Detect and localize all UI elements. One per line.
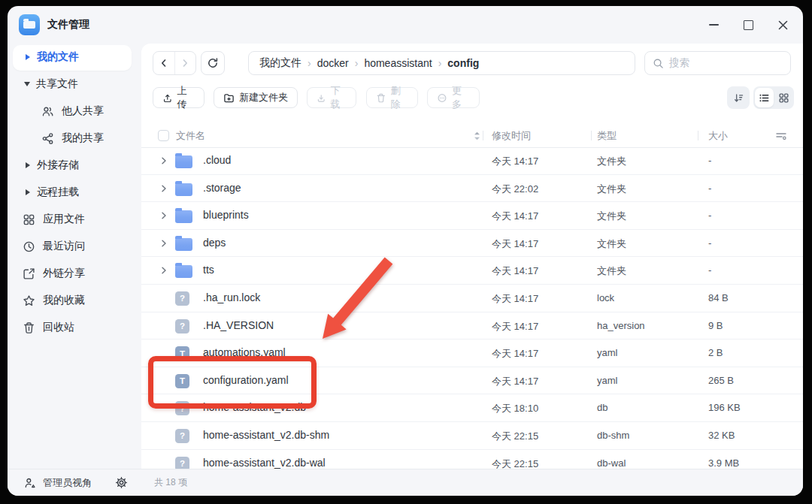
column-header-name[interactable]: 文件名 (176, 129, 205, 143)
search-input[interactable]: 搜索 (644, 51, 791, 75)
file-type-icon: T (175, 374, 189, 388)
sidebar-item-remote-mount[interactable]: 远程挂载 (8, 179, 141, 206)
table-row[interactable]: ? home-assistant_v2.db 今天 18:10 db 196 K… (141, 394, 803, 422)
more-button[interactable]: 更多 (427, 87, 480, 108)
table-row[interactable]: ? .HA_VERSION 今天 14:17 ha_version 9 B (141, 312, 803, 340)
file-type-icon: ? (175, 319, 189, 333)
sidebar-item-external-storage[interactable]: 外接存储 (8, 152, 141, 179)
column-divider[interactable] (698, 131, 698, 140)
column-divider[interactable] (591, 131, 592, 140)
sidebar-item-shared-files[interactable]: 共享文件 (8, 71, 141, 98)
table-row[interactable]: T automations.yaml 今天 14:17 yaml 2 B (141, 340, 803, 367)
sidebar-item-label: 我的文件 (37, 50, 79, 64)
expand-chevron-icon[interactable] (160, 267, 168, 274)
sidebar-item-label: 我的收藏 (43, 294, 85, 307)
delete-button[interactable]: 删除 (366, 87, 418, 108)
file-modified-time: 今天 14:17 (492, 155, 538, 168)
table-row[interactable]: tts 今天 14:17 文件夹 - (141, 257, 803, 285)
file-name: automations.yaml (203, 346, 286, 358)
breadcrumb-separator: › (438, 57, 442, 69)
file-modified-time: 今天 14:17 (492, 375, 538, 388)
breadcrumb: 我的文件 › docker › homeassistant › config (248, 51, 635, 75)
column-settings-icon[interactable] (775, 130, 787, 142)
delete-label: 删除 (391, 84, 408, 111)
file-name: configuration.yaml (203, 374, 289, 386)
gear-icon[interactable] (115, 476, 128, 489)
column-header-size[interactable]: 大小 (708, 129, 728, 143)
file-type-icon: ? (175, 291, 189, 306)
expand-chevron-icon[interactable] (160, 212, 168, 219)
chevron-right-icon (26, 189, 30, 195)
file-size: 196 KB (708, 402, 741, 413)
minimize-button[interactable] (702, 14, 725, 36)
file-modified-time: 今天 22:02 (492, 183, 538, 196)
table-row[interactable]: ? .ha_run.lock 今天 14:17 lock 84 B (141, 285, 803, 312)
table-row[interactable]: .storage 今天 22:02 文件夹 - (141, 175, 803, 203)
breadcrumb-segment[interactable]: homeassistant (364, 57, 432, 69)
file-type-label: ha_version (597, 320, 645, 331)
sidebar-item-external-link-share[interactable]: 外链分享 (8, 260, 141, 287)
title-bar: 文件管理 (8, 6, 803, 44)
grid-view-button[interactable] (774, 86, 794, 109)
table-row[interactable]: deps 今天 14:17 文件夹 - (141, 230, 803, 258)
new-folder-button[interactable]: 新建文件夹 (214, 87, 298, 108)
file-type-icon (175, 155, 192, 168)
sidebar-item-label: 外链分享 (43, 267, 85, 280)
download-button[interactable]: 下载 (307, 87, 356, 108)
column-header-type[interactable]: 类型 (597, 129, 617, 143)
sidebar-item-recent-access[interactable]: 最近访问 (8, 233, 141, 260)
file-type-icon: ? (175, 457, 189, 469)
select-all-checkbox[interactable] (158, 130, 169, 141)
people-icon (41, 105, 54, 118)
sidebar-item-others-share[interactable]: 他人共享 (8, 98, 141, 125)
admin-view-button[interactable]: 管理员视角 (24, 469, 92, 496)
column-header-time[interactable]: 修改时间 (492, 129, 531, 143)
admin-view-label: 管理员视角 (43, 476, 92, 490)
sidebar-item-my-share[interactable]: 我的共享 (8, 125, 141, 152)
sort-button[interactable] (727, 86, 750, 109)
maximize-button[interactable] (737, 14, 759, 36)
sort-desc-icon (733, 92, 744, 104)
file-type-label: 文件夹 (597, 237, 626, 251)
file-modified-time: 今天 22:15 (492, 430, 538, 443)
new-folder-label: 新建文件夹 (239, 91, 288, 104)
apps-grid-icon (23, 213, 35, 226)
file-name: home-assistant_v2.db-wal (203, 457, 326, 469)
upload-button[interactable]: 上传 (153, 87, 205, 108)
sidebar-item-label: 外接存储 (37, 158, 79, 172)
close-button[interactable] (771, 14, 794, 36)
minimize-icon (709, 24, 719, 26)
column-divider[interactable] (483, 131, 483, 140)
file-name: .ha_run.lock (203, 291, 260, 303)
table-row[interactable]: T configuration.yaml 今天 14:17 yaml 265 B (141, 367, 803, 395)
table-row[interactable]: ? home-assistant_v2.db-shm 今天 22:15 db-s… (141, 422, 803, 450)
expand-chevron-icon[interactable] (160, 240, 168, 247)
expand-chevron-icon[interactable] (160, 157, 168, 164)
file-modified-time: 今天 14:17 (492, 210, 538, 223)
file-modified-time: 今天 14:17 (492, 320, 538, 333)
sidebar-item-my-files[interactable]: 我的文件 (8, 44, 141, 71)
file-type-label: 文件夹 (597, 155, 626, 168)
sidebar-item-my-favorites[interactable]: 我的收藏 (8, 287, 141, 314)
main-panel: 我的文件 › docker › homeassistant › config 搜… (141, 44, 803, 469)
share-nodes-icon (41, 132, 54, 145)
list-view-button[interactable] (755, 88, 774, 107)
breadcrumb-segment[interactable]: 我的文件 (259, 56, 301, 70)
search-icon (653, 58, 664, 69)
table-row[interactable]: ? home-assistant_v2.db-wal 今天 22:15 db-w… (141, 450, 803, 469)
sidebar-item-app-files[interactable]: 应用文件 (8, 206, 141, 233)
new-folder-icon (223, 92, 235, 104)
list-view-icon (759, 92, 770, 104)
table-row[interactable]: blueprints 今天 14:17 文件夹 - (141, 202, 803, 230)
refresh-button[interactable] (201, 51, 225, 75)
sidebar-item-recycle-bin[interactable]: 回收站 (8, 314, 141, 341)
sort-arrows-icon[interactable] (473, 130, 481, 142)
breadcrumb-segment[interactable]: docker (317, 57, 349, 69)
back-button[interactable] (153, 52, 175, 74)
table-row[interactable]: .cloud 今天 14:17 文件夹 - (141, 147, 803, 175)
expand-chevron-icon[interactable] (160, 185, 168, 192)
sidebar-item-label: 最近访问 (43, 240, 85, 253)
breadcrumb-segment-current[interactable]: config (447, 57, 479, 69)
forward-icon (180, 59, 189, 68)
forward-button[interactable] (175, 52, 196, 74)
